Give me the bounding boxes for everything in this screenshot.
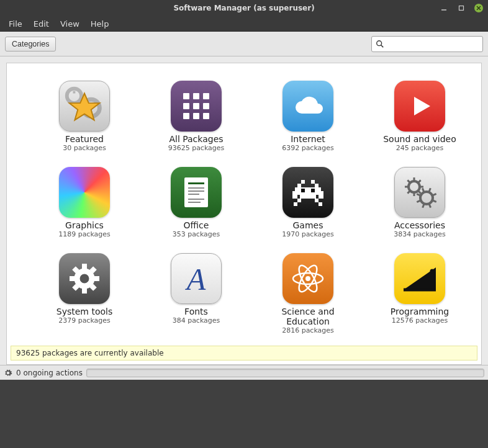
svg-rect-10 bbox=[183, 93, 189, 99]
svg-rect-25 bbox=[188, 199, 204, 200]
svg-rect-15 bbox=[203, 103, 209, 109]
svg-rect-35 bbox=[311, 180, 315, 184]
menu-help[interactable]: Help bbox=[86, 17, 114, 30]
atom-icon bbox=[282, 253, 333, 304]
menubar: File Edit View Help bbox=[0, 16, 488, 31]
svg-rect-36 bbox=[297, 199, 301, 202]
category-count: 1970 packages bbox=[282, 230, 334, 238]
svg-rect-65 bbox=[70, 276, 75, 281]
svg-rect-27 bbox=[295, 187, 321, 191]
categories-button[interactable]: Categories bbox=[5, 37, 56, 52]
search-icon bbox=[376, 40, 384, 48]
svg-line-46 bbox=[407, 190, 410, 193]
category-system[interactable]: System tools 2379 packages bbox=[44, 253, 125, 334]
category-label: Science and Education bbox=[268, 307, 348, 326]
svg-rect-1 bbox=[459, 6, 464, 11]
svg-rect-61 bbox=[94, 276, 99, 281]
svg-rect-67 bbox=[82, 264, 87, 269]
svg-rect-37 bbox=[315, 199, 319, 202]
svg-rect-34 bbox=[301, 180, 305, 184]
gears-icon bbox=[394, 167, 445, 218]
svg-rect-12 bbox=[203, 93, 209, 99]
category-count: 30 packages bbox=[63, 144, 106, 152]
toolbar: Categories bbox=[0, 32, 488, 56]
svg-rect-38 bbox=[294, 202, 297, 206]
category-count: 1189 packages bbox=[58, 230, 111, 238]
grid-icon bbox=[171, 81, 222, 132]
svg-rect-11 bbox=[193, 93, 199, 99]
category-count: 353 packages bbox=[173, 230, 220, 238]
close-button[interactable] bbox=[474, 4, 483, 12]
category-accessories[interactable]: Accessories 3834 packages bbox=[379, 167, 460, 238]
category-label: Internet bbox=[291, 134, 325, 144]
category-sound[interactable]: Sound and video 245 packages bbox=[379, 81, 460, 152]
category-count: 384 packages bbox=[173, 316, 220, 325]
search-box[interactable] bbox=[371, 36, 483, 52]
category-featured[interactable]: Featured 30 packages bbox=[44, 81, 125, 152]
svg-point-74 bbox=[305, 276, 310, 281]
svg-marker-19 bbox=[414, 97, 430, 115]
svg-rect-41 bbox=[311, 189, 315, 192]
svg-rect-21 bbox=[188, 182, 204, 184]
svg-point-42 bbox=[409, 181, 420, 192]
menu-view[interactable]: View bbox=[55, 17, 84, 30]
svg-rect-40 bbox=[301, 189, 305, 192]
category-count: 2816 packages bbox=[282, 326, 334, 334]
featured-icon bbox=[59, 81, 110, 132]
window-controls bbox=[440, 4, 483, 12]
category-all[interactable]: All Packages 93625 packages bbox=[156, 81, 237, 152]
svg-point-69 bbox=[80, 274, 89, 283]
gear-icon bbox=[4, 369, 12, 377]
svg-rect-18 bbox=[203, 113, 209, 119]
category-label: System tools bbox=[56, 307, 112, 316]
svg-rect-31 bbox=[300, 195, 316, 199]
category-label: Office bbox=[184, 220, 209, 230]
cloud-icon bbox=[282, 81, 333, 132]
category-count: 93625 packages bbox=[168, 144, 225, 152]
category-science[interactable]: Science and Education 2816 packages bbox=[268, 253, 348, 334]
svg-rect-33 bbox=[315, 184, 319, 187]
maximize-button[interactable] bbox=[457, 4, 466, 12]
category-office[interactable]: Office 353 packages bbox=[156, 167, 237, 238]
category-games[interactable]: Games 1970 packages bbox=[268, 167, 348, 238]
play-icon bbox=[394, 81, 445, 132]
category-programming[interactable]: Programming 12576 packages bbox=[379, 253, 460, 334]
category-count: 245 packages bbox=[396, 144, 444, 152]
maximize-icon bbox=[458, 5, 464, 11]
svg-line-44 bbox=[418, 190, 420, 193]
svg-rect-30 bbox=[319, 195, 323, 199]
category-label: Sound and video bbox=[383, 134, 456, 144]
document-icon bbox=[171, 167, 222, 218]
category-label: Fonts bbox=[184, 307, 208, 316]
category-graphics[interactable]: Graphics 1189 packages bbox=[44, 167, 125, 238]
category-label: All Packages bbox=[169, 134, 223, 144]
footer: 0 ongoing actions bbox=[0, 365, 488, 380]
svg-rect-14 bbox=[193, 103, 199, 109]
svg-rect-28 bbox=[292, 191, 323, 195]
window-title: Software Manager (as superuser) bbox=[173, 4, 314, 12]
category-count: 2379 packages bbox=[58, 316, 111, 325]
letter-a-icon: A bbox=[171, 253, 222, 304]
svg-rect-13 bbox=[183, 103, 189, 109]
svg-rect-7 bbox=[73, 91, 75, 94]
invader-icon bbox=[282, 167, 333, 218]
svg-point-76 bbox=[430, 269, 435, 274]
svg-line-48 bbox=[407, 180, 410, 182]
svg-rect-16 bbox=[183, 113, 189, 119]
status-banner: 93625 packages are currently available bbox=[11, 346, 477, 361]
close-icon bbox=[476, 6, 481, 11]
svg-rect-32 bbox=[297, 184, 301, 187]
category-label: Programming bbox=[391, 307, 449, 316]
svg-rect-26 bbox=[188, 202, 201, 203]
category-fonts[interactable]: A Fonts 384 packages bbox=[156, 253, 237, 334]
svg-rect-23 bbox=[188, 190, 204, 192]
svg-point-6 bbox=[67, 89, 81, 103]
search-input[interactable] bbox=[387, 39, 479, 49]
menu-edit[interactable]: Edit bbox=[29, 17, 54, 30]
menu-file[interactable]: File bbox=[4, 17, 27, 30]
svg-rect-29 bbox=[292, 195, 297, 199]
titlebar: Software Manager (as superuser) bbox=[0, 0, 488, 16]
svg-rect-17 bbox=[193, 113, 199, 119]
category-internet[interactable]: Internet 6392 packages bbox=[268, 81, 348, 152]
minimize-button[interactable] bbox=[440, 4, 448, 12]
